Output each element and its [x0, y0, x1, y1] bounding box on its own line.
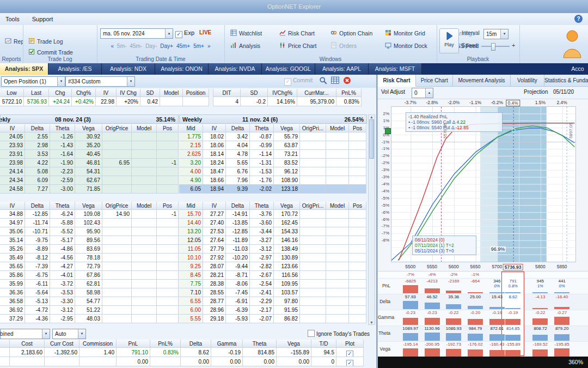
option-row[interactable]: 24.346.09-2.5962.67	[0, 176, 179, 185]
cell[interactable]: 8.62	[181, 348, 211, 357]
tab-aapl[interactable]: Analysis: AAPL	[315, 63, 369, 75]
cell[interactable]	[45, 357, 79, 366]
cell[interactable]	[157, 150, 179, 159]
cell[interactable]	[132, 262, 157, 271]
cell[interactable]	[132, 167, 157, 176]
summary-row[interactable]: 0.000.000.000.000.000✓	[0, 357, 364, 366]
option-row[interactable]: 23.913.53-1.6440.45	[0, 150, 179, 159]
cell[interactable]: 46.81	[75, 159, 102, 167]
window-button-option-chain[interactable]: Option Chain	[327, 28, 381, 39]
greeks-value[interactable]: 35.36	[443, 294, 464, 299]
cell[interactable]: 814.85	[243, 348, 277, 357]
cell[interactable]	[300, 245, 326, 254]
option-row[interactable]: 6.5528.77-6.91-2.2997.80	[179, 297, 366, 306]
cell[interactable]	[102, 315, 132, 323]
cell[interactable]: 15.70	[179, 210, 203, 219]
nav--button[interactable]: «	[111, 43, 114, 49]
cell[interactable]: -2.67	[250, 271, 274, 280]
cell[interactable]: -8.89	[25, 245, 50, 254]
trade-log-button[interactable]: Trade Log	[24, 36, 66, 47]
cell[interactable]	[157, 132, 179, 141]
cell[interactable]	[300, 219, 326, 227]
cell[interactable]	[132, 254, 157, 262]
cell[interactable]: 35.20	[75, 141, 102, 150]
cell[interactable]: 7.75	[179, 280, 203, 288]
cell[interactable]: 2.55	[25, 132, 50, 141]
cell[interactable]: 24.58	[0, 185, 25, 194]
cell[interactable]: -11.74	[25, 219, 50, 227]
cell[interactable]: 123.18	[274, 185, 300, 194]
cell[interactable]: 18.47	[203, 167, 226, 176]
cell[interactable]: 28.07	[203, 262, 226, 271]
cell[interactable]: -0.99	[250, 141, 274, 150]
cell[interactable]: 0.00	[211, 357, 243, 366]
cell[interactable]: -1.90	[50, 159, 75, 167]
cell[interactable]: -10.20	[226, 254, 250, 262]
cell[interactable]	[349, 132, 366, 141]
option-row[interactable]: 35.14-9.75-5.1789.56	[0, 236, 179, 245]
cell[interactable]	[102, 176, 132, 185]
cell[interactable]: -1.76	[250, 176, 274, 185]
speed-slider-thumb[interactable]	[491, 43, 495, 51]
option-row[interactable]: 34.97-11.74-5.88102.43	[0, 219, 179, 227]
cell[interactable]: 14.40	[179, 219, 203, 227]
cell[interactable]: 28.77	[203, 297, 226, 306]
greeks-value[interactable]: -0.20	[464, 310, 486, 315]
cell[interactable]	[102, 262, 132, 271]
greeks-value[interactable]: 1086.93	[443, 326, 464, 331]
cell[interactable]	[132, 185, 157, 194]
greeks-value[interactable]: -176.02	[464, 342, 486, 347]
option-row[interactable]: 2.1518.064.04-0.9963.87	[179, 141, 366, 150]
close-position-icon[interactable]	[343, 76, 351, 86]
quote-cell[interactable]	[160, 97, 183, 106]
cell[interactable]	[349, 271, 366, 280]
quote-cell[interactable]	[183, 97, 209, 106]
greeks-value[interactable]: -664	[464, 279, 486, 283]
cell[interactable]	[157, 254, 179, 262]
option-row[interactable]: 11.0527.79-11.03-3.12138.49	[179, 245, 366, 254]
scrollbar-thumb[interactable]	[369, 119, 374, 159]
cell[interactable]: 62.67	[75, 176, 102, 185]
cell[interactable]: -2.41	[250, 288, 274, 297]
cell[interactable]: 3.20	[179, 159, 203, 167]
quote-cell[interactable]: 0.42	[140, 97, 160, 106]
cell[interactable]	[349, 262, 366, 271]
cell[interactable]	[326, 262, 349, 271]
cell[interactable]: 0.83%	[150, 348, 181, 357]
option-row[interactable]: 15.7027.27-14.91-3.76170.72	[179, 210, 366, 219]
cell[interactable]	[300, 262, 326, 271]
cell[interactable]	[300, 236, 326, 245]
cell[interactable]	[132, 219, 157, 227]
cell[interactable]: -3.00	[50, 185, 75, 194]
cell[interactable]: 35.99	[0, 280, 25, 288]
cell[interactable]: -5.93	[226, 315, 250, 323]
cell[interactable]	[349, 306, 366, 315]
greeks-value[interactable]: -155.89	[502, 342, 524, 347]
option-row[interactable]: 2.62518.144.78-1.1473.21	[179, 150, 366, 159]
cell[interactable]: 35.86	[0, 271, 25, 280]
cell[interactable]	[326, 288, 349, 297]
cell[interactable]	[132, 306, 157, 315]
cell[interactable]: -4.27	[50, 262, 75, 271]
cell[interactable]	[132, 150, 157, 159]
cell[interactable]	[102, 245, 132, 254]
cell[interactable]: 9.25	[179, 262, 203, 271]
cell[interactable]: 27.53	[203, 227, 226, 236]
ignore-trades-checkbox[interactable]: Ignore Today's Trades	[308, 330, 370, 337]
cell[interactable]	[349, 210, 366, 219]
cell[interactable]: 71.85	[75, 185, 102, 194]
cell[interactable]: -6.11	[25, 280, 50, 288]
option-row[interactable]: 23.984.22-1.9046.816.95-1	[0, 159, 179, 167]
cell[interactable]: 27.27	[203, 210, 226, 219]
option-row[interactable]: 1.77518.023.42-0.8755.79	[179, 132, 366, 141]
nav-45m-button[interactable]: 45m-	[130, 43, 142, 49]
cell[interactable]: 6.09	[25, 176, 50, 185]
cell[interactable]: 35.49	[0, 254, 25, 262]
cell[interactable]: 6.55	[179, 297, 203, 306]
menu-support[interactable]: Support	[27, 13, 59, 25]
cell[interactable]: 7.10	[179, 288, 203, 297]
cell[interactable]	[300, 280, 326, 288]
cell[interactable]	[157, 219, 179, 227]
cell[interactable]	[300, 315, 326, 323]
cell[interactable]	[326, 185, 349, 194]
